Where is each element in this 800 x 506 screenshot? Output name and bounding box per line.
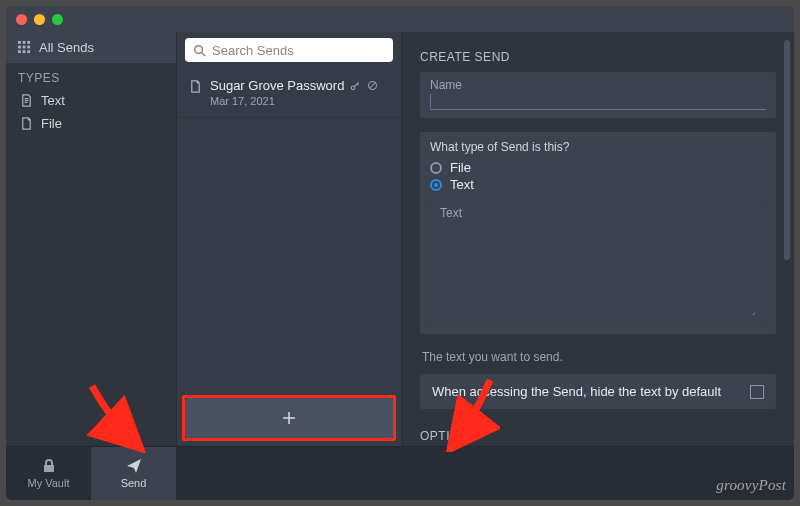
sidebar-item-type-file[interactable]: File [6,112,176,135]
svg-line-13 [370,83,376,89]
svg-line-10 [202,52,206,56]
text-helper: The text you want to send. [422,350,774,364]
checkbox-icon [750,385,764,399]
svg-rect-7 [23,50,26,53]
radio-label: Text [450,177,474,192]
disabled-icon [367,80,378,91]
list-item-date: Mar 17, 2021 [210,95,378,107]
svg-rect-1 [23,41,26,44]
sends-list-column: Sugar Grove Password Mar 17, 2021 [176,32,402,446]
radio-icon [430,179,442,191]
nav-my-vault[interactable]: My Vault [6,447,91,500]
list-item-title: Sugar Grove Password [210,78,344,93]
sidebar-item-type-text[interactable]: Text [6,89,176,112]
svg-rect-0 [18,41,21,44]
svg-rect-2 [27,41,30,44]
titlebar [6,6,794,32]
type-choice-group: What type of Send is this? File Text Tex… [420,132,776,334]
file-icon [189,80,202,93]
app-window: All Sends TYPES Text File [6,6,794,500]
create-heading: CREATE SEND [420,50,776,64]
watermark: groovyPost [716,477,786,494]
sidebar-item-label: All Sends [39,40,94,55]
search-input[interactable] [212,43,385,58]
sidebar-item-label: File [41,116,62,131]
svg-rect-3 [18,46,21,49]
svg-rect-8 [27,50,30,53]
list-item[interactable]: Sugar Grove Password Mar 17, 2021 [177,68,401,118]
nav-send[interactable]: Send [91,447,176,500]
sidebar: All Sends TYPES Text File [6,32,176,446]
search-wrap [177,32,401,68]
sidebar-item-label: Text [41,93,65,108]
key-icon [350,80,361,91]
svg-rect-5 [27,46,30,49]
svg-rect-4 [23,46,26,49]
add-send-button[interactable] [185,398,393,438]
radio-label: File [450,160,471,175]
hide-text-option[interactable]: When accessing the Send, hide the text b… [420,374,776,409]
name-label: Name [430,78,766,92]
radio-icon [430,162,442,174]
text-doc-icon [20,94,33,107]
text-content-label: Text [440,206,756,220]
sends-list: Sugar Grove Password Mar 17, 2021 [177,68,401,394]
nav-label: Send [121,477,147,489]
sidebar-item-all-sends[interactable]: All Sends [6,32,176,63]
text-content-input[interactable] [440,220,756,310]
scrollbar[interactable] [784,40,790,260]
search-icon [193,44,206,57]
svg-point-9 [195,45,203,53]
minimize-window-button[interactable] [34,14,45,25]
create-send-panel: CREATE SEND Name What type of Send is th… [402,32,794,446]
file-icon [20,117,33,130]
type-question: What type of Send is this? [430,140,766,154]
type-option-text[interactable]: Text [430,177,766,192]
paper-plane-icon [126,458,142,474]
type-option-file[interactable]: File [430,160,766,175]
sidebar-heading-types: TYPES [6,63,176,89]
lock-icon [41,458,57,474]
workspace: All Sends TYPES Text File [6,32,794,446]
options-heading: OPTIONS [420,429,776,443]
close-window-button[interactable] [16,14,27,25]
nav-label: My Vault [28,477,70,489]
search-box[interactable] [185,38,393,62]
text-cursor [430,94,431,108]
bottom-nav: My Vault Send [6,446,794,500]
grid-icon [18,41,31,54]
name-input[interactable] [430,92,766,110]
plus-icon [282,411,296,425]
maximize-window-button[interactable] [52,14,63,25]
hide-text-label: When accessing the Send, hide the text b… [432,384,721,399]
name-field[interactable]: Name [420,72,776,118]
text-content-field[interactable]: Text ⌟ [430,200,766,324]
svg-rect-6 [18,50,21,53]
